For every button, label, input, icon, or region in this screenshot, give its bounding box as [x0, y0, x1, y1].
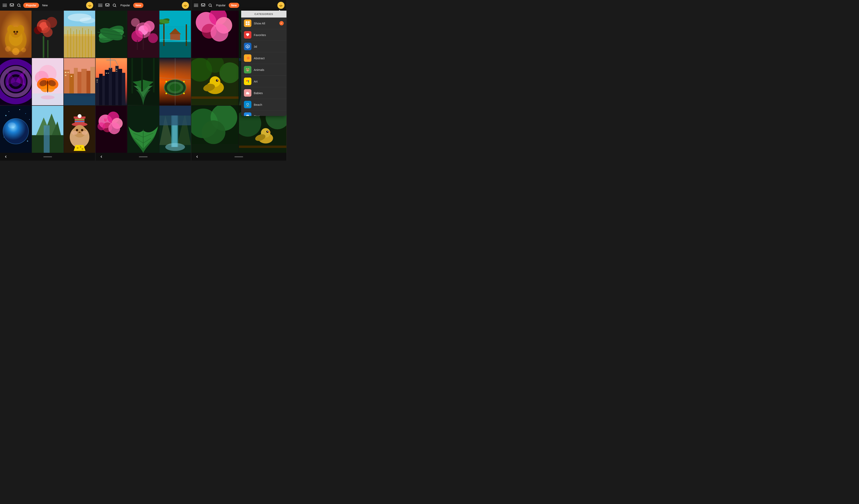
svg-line-111 — [115, 6, 116, 7]
category-item-abstract[interactable]: Abstract — [241, 52, 286, 64]
wallpaper-cell[interactable] — [160, 11, 191, 58]
svg-point-100 — [81, 131, 87, 135]
wallpaper-cell[interactable] — [127, 11, 159, 58]
wallpaper-cell[interactable] — [191, 106, 239, 153]
wallpaper-cell[interactable] — [0, 11, 31, 58]
svg-rect-158 — [132, 58, 133, 94]
svg-point-260 — [247, 80, 248, 81]
category-item-babies[interactable]: Babies — [241, 87, 286, 99]
svg-point-11 — [17, 25, 24, 34]
category-item-animals[interactable]: Animals — [241, 64, 286, 76]
svg-rect-143 — [109, 68, 112, 105]
cat-icon[interactable]: 🐱 — [182, 2, 189, 9]
wallpaper-cell[interactable] — [0, 58, 31, 105]
wallpaper-cell[interactable] — [95, 11, 127, 58]
svg-point-23 — [34, 26, 42, 34]
back-arrow[interactable] — [195, 155, 199, 159]
svg-rect-270 — [247, 115, 248, 116]
menu-icon[interactable] — [97, 3, 103, 8]
svg-rect-0 — [3, 4, 7, 4]
wallpaper-cell[interactable] — [191, 11, 239, 58]
svg-rect-243 — [248, 21, 250, 23]
back-arrow[interactable] — [4, 155, 8, 159]
svg-rect-155 — [116, 69, 117, 70]
category-label-beach: Beach — [254, 103, 284, 106]
svg-rect-68 — [65, 75, 66, 76]
wallpaper-cell[interactable] — [64, 106, 95, 153]
svg-point-170 — [183, 93, 185, 94]
search-icon[interactable] — [16, 3, 22, 8]
category-item-favorites[interactable]: Favorites — [241, 29, 286, 41]
wallpaper-cell[interactable] — [32, 106, 63, 153]
babies-icon — [244, 89, 252, 97]
svg-rect-107 — [98, 5, 103, 5]
wallpaper-cell[interactable] — [127, 58, 159, 105]
cat-icon[interactable]: 🐱 — [277, 2, 285, 9]
category-label-babies: Babies — [254, 91, 284, 95]
inbox-icon[interactable] — [9, 3, 15, 8]
wallpaper-cell[interactable] — [32, 58, 63, 105]
wallpaper-cell[interactable] — [191, 58, 239, 105]
svg-marker-247 — [247, 46, 248, 48]
svg-point-39 — [79, 17, 95, 23]
new-button[interactable]: New — [133, 3, 144, 8]
home-indicator — [139, 156, 148, 157]
new-button[interactable]: New — [41, 3, 49, 8]
home-indicator — [235, 156, 243, 157]
wallpaper-cell[interactable] — [64, 11, 95, 58]
category-item-3d[interactable]: 3d — [241, 41, 286, 52]
svg-point-214 — [217, 80, 218, 81]
svg-line-200 — [211, 6, 212, 7]
wallpaper-cell[interactable] — [64, 58, 95, 105]
category-item-art[interactable]: Art — [241, 76, 286, 87]
svg-point-97 — [76, 129, 78, 131]
category-label-favorites: Favorites — [254, 33, 284, 37]
wallpaper-cell[interactable] — [160, 58, 191, 105]
svg-point-104 — [80, 146, 81, 148]
svg-rect-159 — [141, 58, 143, 92]
svg-rect-267 — [246, 116, 250, 116]
menu-icon[interactable] — [193, 3, 199, 8]
wallpaper-cell[interactable] — [160, 106, 191, 153]
wallpaper-grid-2 — [95, 11, 191, 153]
popular-button[interactable]: Popular — [214, 3, 227, 8]
menu-icon[interactable] — [2, 3, 7, 8]
wallpaper-cell[interactable] — [127, 106, 159, 153]
svg-point-249 — [247, 57, 250, 60]
category-item-show-all[interactable]: Show All ✓ — [241, 17, 286, 29]
3d-icon — [244, 43, 252, 50]
svg-rect-245 — [248, 23, 250, 25]
inbox-icon[interactable] — [105, 3, 110, 8]
category-label-show-all: Show All — [254, 22, 277, 25]
wallpaper-cell[interactable] — [32, 11, 63, 58]
svg-point-22 — [43, 27, 52, 37]
cat-icon[interactable]: 🐱 — [86, 2, 93, 9]
home-indicator — [43, 156, 52, 157]
wallpaper-cell[interactable] — [95, 58, 127, 105]
svg-point-17 — [21, 48, 26, 52]
svg-rect-108 — [98, 6, 103, 7]
category-label-art: Art — [254, 80, 284, 83]
categories-dropdown: CATEGORIES Show All ✓ — [241, 11, 286, 116]
svg-point-239 — [267, 131, 268, 132]
category-item-cars[interactable]: Cars — [241, 110, 286, 116]
category-item-beach[interactable]: Beach — [241, 99, 286, 110]
wallpaper-cell[interactable] — [95, 106, 127, 153]
search-icon[interactable] — [112, 3, 117, 8]
svg-point-264 — [248, 94, 249, 95]
svg-rect-262 — [246, 92, 248, 93]
new-button[interactable]: New — [229, 3, 239, 8]
popular-button[interactable]: Popular — [23, 3, 39, 8]
svg-rect-216 — [191, 96, 239, 99]
popular-button[interactable]: Popular — [119, 3, 132, 8]
inbox-icon[interactable] — [200, 3, 206, 8]
search-icon[interactable] — [208, 3, 213, 8]
svg-point-98 — [81, 129, 83, 131]
svg-rect-66 — [65, 72, 66, 73]
wallpaper-cell[interactable] — [0, 106, 31, 153]
bottom-bar-3 — [191, 153, 286, 161]
svg-point-176 — [108, 122, 120, 134]
back-arrow[interactable] — [100, 155, 103, 159]
svg-rect-231 — [191, 144, 239, 153]
svg-point-230 — [201, 120, 225, 144]
